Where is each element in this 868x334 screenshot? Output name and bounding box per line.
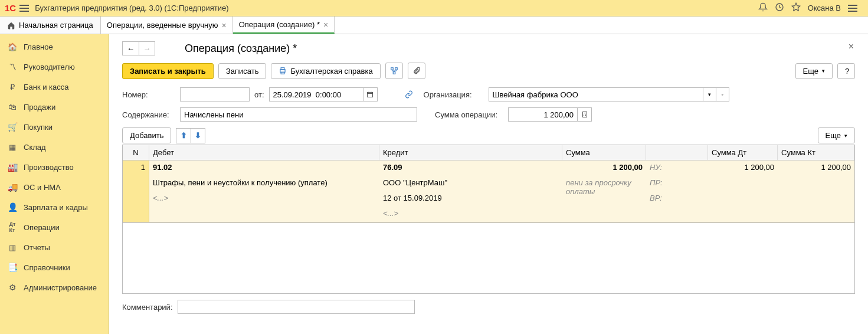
tab-operation-create[interactable]: Операция (создание) * ×	[233, 17, 335, 34]
sidebar: 🏠Главное 〽Руководителю ₽Банк и касса 🛍Пр…	[0, 34, 109, 334]
close-icon[interactable]: ×	[222, 21, 227, 30]
svg-rect-3	[281, 68, 284, 70]
button-label: Бухгалтерская справка	[290, 67, 372, 76]
help-button[interactable]: ?	[837, 63, 855, 79]
table-row[interactable]: 1 91.02 Штрафы, пени и неустойки к получ…	[123, 161, 854, 222]
sidebar-item-operations[interactable]: ДтКтОперации	[0, 217, 109, 237]
comment-input[interactable]	[178, 300, 415, 314]
col-sum[interactable]: Сумма	[562, 145, 646, 160]
sidebar-item-main[interactable]: 🏠Главное	[0, 37, 109, 57]
hamburger-icon[interactable]	[19, 5, 29, 12]
content-label: Содержание:	[122, 110, 175, 119]
page-title: Операция (создание) *	[185, 42, 297, 55]
calendar-icon	[366, 91, 374, 98]
sidebar-label: Зарплата и кадры	[24, 203, 88, 212]
tree-button[interactable]	[385, 63, 403, 79]
move-down-button[interactable]: ⬇	[191, 128, 205, 143]
save-button[interactable]: Записать	[218, 63, 267, 79]
number-input[interactable]	[180, 87, 250, 101]
move-up-button[interactable]: ⬆	[176, 128, 191, 143]
sidebar-item-production[interactable]: 🏭Производство	[0, 157, 109, 177]
back-button[interactable]: ←	[122, 41, 139, 55]
sidebar-item-manager[interactable]: 〽Руководителю	[0, 57, 109, 77]
star-icon[interactable]	[791, 2, 801, 14]
sidebar-item-assets[interactable]: 🚚ОС и НМА	[0, 177, 109, 197]
menu-caret-icon[interactable]	[848, 5, 857, 12]
sidebar-item-hr[interactable]: 👤Зарплата и кадры	[0, 197, 109, 217]
sum-input[interactable]	[508, 107, 578, 122]
sum-description[interactable]: пени за просрочку оплаты	[562, 176, 646, 198]
date-input[interactable]	[269, 87, 363, 101]
factory-icon: 🏭	[7, 162, 18, 172]
dropdown-button[interactable]: ▾	[703, 87, 716, 101]
bars-icon: ▥	[7, 242, 18, 253]
tab-label: Операция (создание) *	[239, 20, 320, 29]
calendar-button[interactable]	[363, 87, 378, 101]
save-close-button[interactable]: Записать и закрыть	[122, 63, 214, 79]
book-icon: 📑	[7, 262, 18, 273]
content-input[interactable]	[180, 107, 417, 122]
sidebar-label: Операции	[24, 223, 60, 232]
sidebar-item-warehouse[interactable]: ▦Склад	[0, 137, 109, 157]
col-sumkt[interactable]: Сумма Кт	[778, 145, 854, 160]
home-icon: 🏠	[7, 41, 18, 52]
col-debet[interactable]: Дебет	[149, 145, 379, 160]
sum-value[interactable]: 1 200,00	[562, 161, 646, 176]
sidebar-label: Главное	[24, 42, 53, 51]
sidebar-item-admin[interactable]: ⚙Администрирование	[0, 277, 109, 297]
start-page-tab[interactable]: Начальная страница	[0, 17, 101, 34]
sidebar-label: Продажи	[24, 103, 55, 112]
bell-icon[interactable]	[758, 2, 768, 14]
table-blank-area[interactable]	[122, 223, 855, 294]
debet-subconto1[interactable]: Штрафы, пени и неустойки к получению (уп…	[149, 176, 379, 191]
sidebar-item-reports[interactable]: ▥Отчеты	[0, 237, 109, 257]
svg-rect-4	[281, 72, 284, 74]
accounting-report-button[interactable]: Бухгалтерская справка	[271, 63, 380, 79]
forward-button[interactable]: →	[139, 41, 155, 55]
calculator-button[interactable]	[578, 107, 592, 122]
open-button[interactable]: ▫	[716, 87, 729, 101]
more-button[interactable]: Еще	[795, 63, 833, 79]
col-n[interactable]: N	[123, 145, 149, 160]
sidebar-item-catalogs[interactable]: 📑Справочники	[0, 257, 109, 277]
home-icon	[7, 21, 15, 30]
attach-button[interactable]	[408, 63, 425, 79]
start-page-label: Начальная страница	[19, 21, 93, 30]
bag-icon: 🛍	[7, 101, 18, 112]
tab-operations-manual[interactable]: Операции, введенные вручную ×	[101, 17, 233, 34]
vr-label: ВР:	[646, 191, 708, 207]
col-sumdt[interactable]: Сумма Дт	[708, 145, 778, 160]
sidebar-item-bank[interactable]: ₽Банк и касса	[0, 77, 109, 97]
add-button[interactable]: Добавить	[122, 127, 171, 143]
kredit-account[interactable]: 76.09	[379, 161, 562, 176]
sidebar-label: Справочники	[24, 263, 70, 272]
more-button-2[interactable]: Еще	[818, 127, 855, 143]
tree-icon	[390, 67, 398, 75]
sum-label: Сумма операции:	[435, 110, 497, 119]
sumkt-value[interactable]: 1 200,00	[778, 161, 854, 176]
boxes-icon: ▦	[7, 142, 18, 152]
sidebar-item-sales[interactable]: 🛍Продажи	[0, 97, 109, 117]
close-page-icon[interactable]: ×	[849, 41, 854, 52]
svg-rect-6	[395, 68, 397, 70]
org-input[interactable]	[489, 87, 703, 101]
sidebar-item-purchases[interactable]: 🛒Покупки	[0, 117, 109, 137]
close-icon[interactable]: ×	[323, 20, 328, 30]
col-nu[interactable]	[646, 145, 708, 160]
kredit-subconto2[interactable]: 12 от 15.09.2019	[379, 191, 562, 207]
debet-account[interactable]: 91.02	[149, 161, 379, 176]
col-kredit[interactable]: Кредит	[379, 145, 562, 160]
debet-subconto2[interactable]: <...>	[149, 191, 379, 207]
svg-marker-1	[792, 3, 800, 11]
sidebar-label: Покупки	[24, 123, 53, 132]
ruble-icon: ₽	[7, 81, 18, 92]
sumdt-value[interactable]: 1 200,00	[708, 161, 778, 176]
app-title: Бухгалтерия предприятия (ред. 3.0) (1С:П…	[35, 4, 758, 12]
history-icon[interactable]	[775, 2, 784, 14]
link-icon[interactable]	[405, 90, 413, 99]
user-name[interactable]: Оксана В	[808, 4, 841, 12]
svg-rect-9	[582, 112, 587, 117]
kredit-subconto3[interactable]: <...>	[379, 207, 562, 222]
kredit-subconto1[interactable]: ООО "ЦентрМаш"	[379, 176, 562, 191]
logo-1c: 1C	[5, 3, 16, 13]
